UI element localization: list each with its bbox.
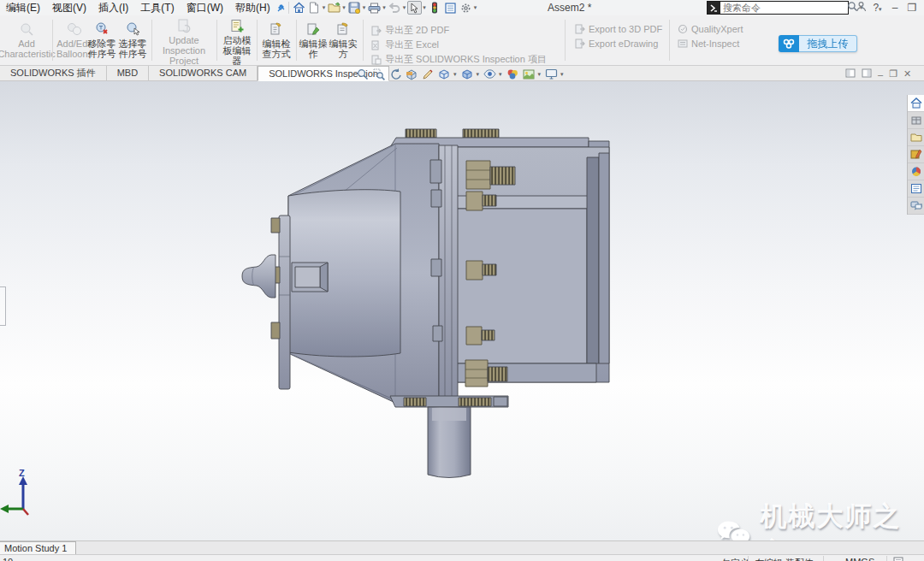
- zoom-to-fit-icon[interactable]: [356, 68, 370, 80]
- view-orientation-icon[interactable]: [437, 68, 451, 80]
- menu-window[interactable]: 窗口(W): [181, 0, 229, 15]
- tab-solidworks-addins[interactable]: SOLIDWORKS 插件: [0, 66, 107, 80]
- study-tab-bar: Motion Study 1: [0, 540, 924, 554]
- chevron-down-icon[interactable]: ▾: [363, 4, 366, 11]
- export-3d-pdf: Export to 3D PDF: [575, 24, 662, 34]
- export-excel: 导出至 Excel: [371, 38, 439, 51]
- custom-properties-icon[interactable]: [908, 180, 924, 198]
- solidworks-search-icon: [708, 2, 720, 14]
- chevron-down-icon[interactable]: ▾: [477, 71, 480, 78]
- balloon-remove-icon: [94, 18, 110, 37]
- appearances-scenes-icon[interactable]: [908, 163, 924, 180]
- new-document-icon[interactable]: [307, 1, 322, 15]
- menu-insert[interactable]: 插入(I): [92, 0, 134, 15]
- status-bar: 10 欠定义 在编辑 装配体 MMGS ▾: [0, 554, 924, 561]
- chevron-down-icon[interactable]: ▾: [382, 4, 386, 11]
- chevron-down-icon[interactable]: ▾: [499, 71, 502, 78]
- launch-template-editor-button[interactable]: 启动模板编辑器: [219, 18, 255, 62]
- print-icon[interactable]: [367, 1, 382, 15]
- search-input[interactable]: [720, 3, 847, 13]
- chevron-down-icon[interactable]: ▾: [323, 4, 326, 11]
- select-balloons-button[interactable]: 选择零件序号: [116, 18, 149, 62]
- solidworks-forum-icon[interactable]: [908, 198, 924, 215]
- chevron-down-icon[interactable]: ▾: [474, 4, 477, 11]
- display-style-icon[interactable]: [460, 68, 474, 80]
- divider: [151, 20, 152, 61]
- menu-edit[interactable]: 编辑(E): [0, 0, 46, 15]
- solidworks-window: 编辑(E) 视图(V) 插入(I) 工具(T) 窗口(W) 帮助(H) ▾ ▾ …: [0, 0, 924, 561]
- balloon-select-icon: [125, 18, 141, 37]
- hide-show-items-icon[interactable]: [483, 68, 496, 80]
- chevron-down-icon[interactable]: ▾: [538, 71, 542, 78]
- feature-pane-toggle-icon[interactable]: [845, 68, 856, 80]
- quick-access-toolbar: ▾ ▾ ▾ ▾ ▾ ▾ ▾: [292, 1, 478, 15]
- apply-scene-icon[interactable]: [522, 68, 536, 80]
- divider: [886, 556, 887, 561]
- select-cursor-icon[interactable]: [407, 1, 422, 15]
- doc-minimize-button[interactable]: –: [878, 69, 883, 80]
- view-settings-icon[interactable]: [544, 68, 558, 80]
- net-inspect: Net-Inspect: [678, 38, 739, 49]
- rebuild-traffic-light-icon[interactable]: [428, 1, 442, 15]
- 3d-model-gearbox-assembly[interactable]: [0, 81, 924, 540]
- edit-instance-icon: [335, 18, 351, 37]
- user-login-icon[interactable]: [854, 1, 868, 15]
- menu-view[interactable]: 视图(V): [46, 0, 92, 15]
- menu-tools[interactable]: 工具(T): [134, 0, 180, 15]
- drag-upload-button[interactable]: 拖拽上传: [779, 35, 857, 52]
- motion-study-tab[interactable]: Motion Study 1: [0, 541, 76, 555]
- divider: [363, 20, 364, 61]
- save-icon[interactable]: [347, 1, 362, 15]
- divider: [823, 556, 824, 561]
- edit-instance-button[interactable]: 编辑实方: [329, 18, 358, 62]
- edit-inspection-methods-button[interactable]: 编辑检查方式: [258, 18, 294, 62]
- divider: [52, 20, 53, 61]
- menu-help[interactable]: 帮助(H): [229, 0, 276, 15]
- tab-mbd[interactable]: MBD: [107, 66, 149, 80]
- edit-methods-icon: [269, 18, 284, 37]
- doc-restore-button[interactable]: ❐: [889, 68, 897, 80]
- design-library-icon[interactable]: [908, 112, 924, 129]
- doc-close-button[interactable]: ✕: [903, 68, 911, 80]
- chevron-down-icon[interactable]: ▾: [342, 4, 346, 11]
- template-editor-icon: [229, 18, 245, 33]
- command-search[interactable]: ▾: [707, 1, 849, 15]
- chevron-down-icon[interactable]: ▾: [403, 4, 406, 11]
- add-characteristic-button: Add Characteristic: [2, 18, 51, 62]
- feature-tree-flyout-handle[interactable]: [0, 286, 6, 326]
- chevron-down-icon[interactable]: ▾: [423, 4, 426, 11]
- section-view-icon[interactable]: [405, 68, 418, 80]
- graphics-viewport[interactable]: Z 机械大师之家: [0, 81, 924, 540]
- display-pane-toggle-icon[interactable]: [862, 68, 872, 80]
- status-sheet-icon[interactable]: [893, 557, 903, 561]
- previous-view-icon[interactable]: [388, 68, 402, 80]
- options-gear-icon[interactable]: [459, 1, 473, 15]
- open-icon[interactable]: [327, 1, 341, 15]
- chevron-down-icon[interactable]: ▾: [560, 71, 564, 78]
- view-palette-icon[interactable]: [908, 146, 924, 163]
- restore-button[interactable]: ❐: [905, 2, 919, 14]
- file-properties-icon[interactable]: [443, 1, 458, 15]
- balloons-icon: [67, 18, 82, 37]
- zoom-to-area-icon[interactable]: [372, 68, 386, 80]
- file-explorer-icon[interactable]: [908, 129, 924, 146]
- undo-icon: [388, 1, 402, 15]
- home-icon[interactable]: [292, 1, 306, 15]
- remove-balloons-button[interactable]: 移除零件序号: [86, 18, 118, 62]
- solidworks-resources-home-icon[interactable]: [908, 95, 924, 112]
- pin-icon[interactable]: [276, 3, 286, 13]
- divider: [748, 556, 749, 561]
- units-selector[interactable]: MMGS ▾: [845, 557, 881, 561]
- minimize-button[interactable]: –: [888, 2, 902, 14]
- divider: [216, 20, 217, 61]
- help-button[interactable]: ?▾: [871, 2, 885, 14]
- tab-solidworks-cam[interactable]: SOLIDWORKS CAM: [149, 66, 258, 80]
- divider: [669, 20, 670, 61]
- chevron-down-icon[interactable]: ▾: [453, 71, 457, 78]
- edit-appearance-icon[interactable]: [506, 68, 519, 80]
- edit-operations-button[interactable]: 编辑操作: [298, 18, 329, 62]
- annotation-view-icon[interactable]: [421, 68, 435, 80]
- document-window-controls: – ❐ ✕: [845, 68, 911, 80]
- status-left-text: 10: [3, 557, 13, 561]
- command-manager-ribbon: Add Characteristic Add/Edit Balloons 移除零…: [0, 15, 924, 66]
